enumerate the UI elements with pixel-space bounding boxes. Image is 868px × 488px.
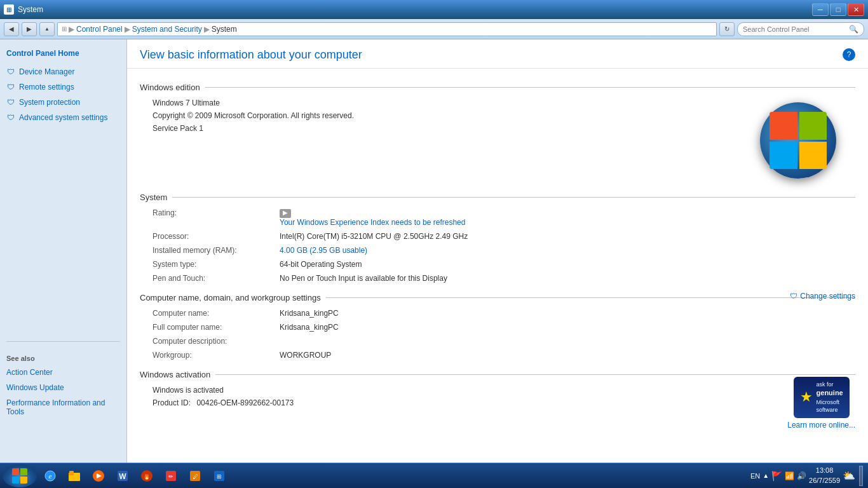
table-row: Service Pack 1: [140, 121, 760, 134]
close-button[interactable]: ✕: [848, 3, 864, 16]
minimize-button[interactable]: ─: [812, 3, 829, 16]
help-icon[interactable]: ?: [843, 48, 855, 61]
sidebar-item-advanced-settings[interactable]: 🛡 Advanced system settings: [0, 110, 126, 125]
title-bar: ⊞ System ─ □ ✕: [0, 0, 868, 19]
start-flag-yellow: [20, 477, 27, 484]
taskbar-media-icon[interactable]: [86, 464, 111, 487]
sidebar-label-device-manager: Device Manager: [19, 67, 74, 76]
forward-button[interactable]: ▶: [22, 22, 37, 36]
change-settings-link[interactable]: 🛡 Change settings: [790, 292, 855, 301]
ram-value: 4.00 GB (2.95 GB usable): [267, 243, 855, 257]
maximize-button[interactable]: □: [830, 3, 846, 16]
computer-name-value: Kridsana_kingPC: [267, 306, 855, 320]
taskbar-word-icon[interactable]: W: [111, 464, 135, 487]
taskbar-ie-icon[interactable]: e: [38, 464, 62, 487]
activation-status: Windows is activated: [140, 383, 855, 396]
taskbar-paint-icon[interactable]: 🖊: [183, 464, 207, 487]
sidebar-item-performance-tools[interactable]: Performance Information and Tools: [0, 395, 126, 419]
sidebar: Control Panel Home 🛡 Device Manager 🛡 Re…: [0, 39, 127, 463]
processor-label: Processor:: [140, 229, 267, 243]
breadcrumb-control-panel[interactable]: Control Panel: [76, 25, 123, 34]
full-computer-name-value: Kridsana_kingPC: [267, 320, 855, 334]
flag-green: [799, 112, 827, 140]
network-icon: 📶: [785, 471, 794, 480]
os-name: Windows 7 Ultimate: [140, 96, 760, 109]
date-display: 26/7/2559: [809, 476, 840, 485]
breadcrumb-system-security[interactable]: System and Security: [132, 25, 202, 34]
shield-icon-system-protection: 🛡: [6, 98, 15, 107]
content-header: View basic information about your comput…: [127, 39, 868, 69]
title-bar-controls[interactable]: ─ □ ✕: [812, 3, 864, 16]
page-title: View basic information about your comput…: [140, 48, 362, 62]
taskbar-sketch-icon[interactable]: ✏: [159, 464, 183, 487]
volume-icon[interactable]: 🔊: [797, 471, 806, 480]
show-desktop-btn[interactable]: [859, 466, 863, 486]
table-row-pen-touch: Pen and Touch: No Pen or Touch Input is …: [140, 271, 855, 285]
os-copyright: Copyright © 2009 Microsoft Corporation. …: [140, 109, 760, 121]
sidebar-divider: [6, 341, 120, 342]
product-id-label: Product ID:: [153, 398, 191, 407]
table-row-rating: Rating: ▶ Your Windows Experience Index …: [140, 206, 855, 229]
rating-link[interactable]: Your Windows Experience Index needs to b…: [280, 218, 849, 227]
sidebar-item-system-protection[interactable]: 🛡 System protection: [0, 95, 126, 110]
computer-desc-value: [267, 334, 855, 348]
computer-name-label: Computer name:: [140, 306, 267, 320]
clock-display[interactable]: 13:08 26/7/2559: [809, 466, 840, 485]
back-button[interactable]: ◀: [4, 22, 19, 36]
table-row-system-type: System type: 64-bit Operating System: [140, 257, 855, 271]
service-pack: Service Pack 1: [140, 121, 760, 134]
svg-text:⊞: ⊞: [217, 473, 222, 480]
flag-tray-icon: 🚩: [771, 471, 782, 481]
search-icon: 🔍: [849, 25, 858, 34]
sidebar-label-action-center: Action Center: [6, 368, 53, 377]
sidebar-item-windows-update[interactable]: Windows Update: [0, 380, 126, 395]
start-flag-red: [12, 468, 19, 475]
sidebar-item-remote-settings[interactable]: 🛡 Remote settings: [0, 79, 126, 95]
shield-icon-change: 🛡: [790, 292, 797, 301]
search-bar[interactable]: 🔍: [737, 22, 864, 36]
start-button[interactable]: [3, 464, 37, 487]
arrow-up-icon[interactable]: ▲: [763, 472, 769, 479]
computer-name-section-wrapper: Computer name, domain, and workgroup set…: [140, 293, 855, 302]
sidebar-label-advanced-settings: Advanced system settings: [19, 113, 107, 122]
pen-touch-label: Pen and Touch:: [140, 271, 267, 285]
edition-table: Windows 7 Ultimate Copyright © 2009 Micr…: [140, 96, 760, 134]
window-icon: ⊞: [4, 4, 14, 15]
genuine-badge-area: ★ ask for genuine Microsoft software Lea…: [787, 377, 855, 430]
genuine-line2: genuine: [817, 388, 843, 398]
breadcrumb-icon: ⊞: [62, 25, 67, 32]
table-row-computer-name: Computer name: Kridsana_kingPC: [140, 306, 855, 320]
sidebar-label-system-protection: System protection: [19, 98, 80, 107]
genuine-line1: ask for: [817, 381, 843, 389]
genuine-line3: Microsoft: [817, 398, 843, 407]
sidebar-item-device-manager[interactable]: 🛡 Device Manager: [0, 64, 126, 79]
computer-desc-label: Computer description:: [140, 334, 267, 348]
product-id: Product ID: 00426-OEM-8992662-00173: [140, 396, 855, 410]
processor-value: Intel(R) Core(TM) i5-3210M CPU @ 2.50GHz…: [267, 229, 855, 243]
system-heading: System: [140, 193, 855, 202]
change-settings-label: Change settings: [800, 292, 855, 301]
activation-table: Windows is activated Product ID: 00426-O…: [140, 383, 855, 410]
start-logo: [12, 468, 27, 484]
content-area: View basic information about your comput…: [127, 39, 868, 463]
product-id-value: 00426-OEM-8992662-00173: [196, 398, 294, 407]
up-button[interactable]: ▲: [39, 22, 55, 36]
sidebar-label-windows-update: Windows Update: [6, 383, 64, 392]
genuine-text: ask for genuine Microsoft software: [817, 381, 843, 414]
taskbar-burn-icon[interactable]: 🔥: [135, 464, 159, 487]
table-row: Windows 7 Ultimate: [140, 96, 760, 109]
shield-icon-remote-settings: 🛡: [6, 83, 15, 92]
taskbar-misc-icon[interactable]: ⊞: [207, 464, 231, 487]
breadcrumb-current: System: [212, 25, 237, 34]
sidebar-home[interactable]: Control Panel Home: [0, 46, 126, 64]
refresh-button[interactable]: ↻: [719, 22, 735, 36]
breadcrumb-bar[interactable]: ⊞ ▶ Control Panel ▶ System and Security …: [57, 22, 717, 36]
star-icon: ★: [800, 389, 813, 405]
taskbar-explorer-icon[interactable]: [62, 464, 86, 487]
sidebar-item-action-center[interactable]: Action Center: [0, 365, 126, 380]
windows-edition-heading: Windows edition: [140, 83, 855, 92]
learn-more-link[interactable]: Learn more online...: [787, 421, 855, 430]
search-input[interactable]: [743, 25, 846, 33]
table-row-description: Computer description:: [140, 334, 855, 348]
shield-icon-advanced-settings: 🛡: [6, 113, 15, 122]
